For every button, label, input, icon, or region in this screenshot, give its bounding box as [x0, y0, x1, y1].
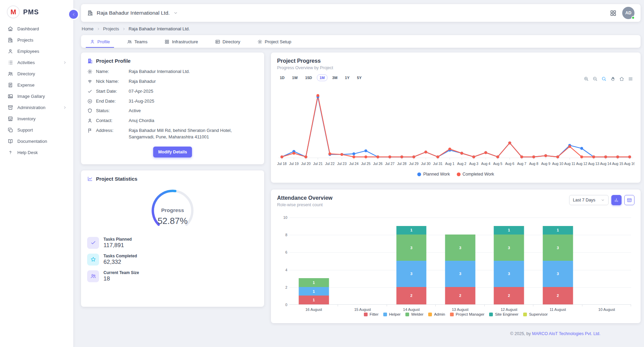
- range-button-1m[interactable]: 1M: [317, 74, 327, 81]
- svg-text:Jul 26: Jul 26: [373, 162, 383, 166]
- store-icon: [7, 116, 13, 122]
- progress-card-title: Project Progress: [277, 58, 634, 64]
- legend-site-engineer[interactable]: Site Engineer: [489, 312, 518, 316]
- legend-welder[interactable]: Welder: [405, 312, 423, 316]
- svg-text:Aug 9: Aug 9: [541, 162, 550, 166]
- sidebar-item-label: Employees: [17, 49, 39, 54]
- sidebar-item-support[interactable]: Support: [0, 124, 73, 136]
- attendance-card-title: Attendance Overview: [277, 195, 333, 201]
- legend-label: Project Manager: [456, 312, 484, 316]
- svg-text:Aug 8: Aug 8: [529, 162, 538, 166]
- range-button-5y[interactable]: 5Y: [354, 74, 364, 81]
- breadcrumb-item[interactable]: Projects: [103, 26, 119, 31]
- tab-teams[interactable]: Teams: [123, 36, 151, 48]
- profile-field-contact: Contact:Anuj Chordia: [87, 118, 258, 124]
- legend-fitter[interactable]: Fitter: [364, 312, 379, 316]
- tab-directory[interactable]: Directory: [211, 36, 244, 48]
- tab-label: Teams: [134, 39, 147, 44]
- tab-infrastructure[interactable]: Infrastructure: [160, 36, 202, 48]
- sidebar-item-dashboard[interactable]: Dashboard: [0, 23, 73, 34]
- gear-icon: [87, 69, 93, 74]
- tab-project-setup[interactable]: Project Setup: [253, 36, 295, 48]
- sidebar-item-expense[interactable]: Expense: [0, 79, 73, 91]
- x-axis-label: 16 August: [289, 307, 338, 312]
- range-button-15d[interactable]: 15D: [303, 74, 315, 81]
- selection-zoom-icon[interactable]: [601, 76, 607, 81]
- svg-text:Jul 31: Jul 31: [433, 162, 442, 166]
- building-filled-icon: [87, 58, 93, 64]
- field-value: Anuj Chordia: [129, 118, 154, 124]
- svg-text:Aug 12: Aug 12: [576, 162, 587, 166]
- sidebar-item-employees[interactable]: Employees: [0, 46, 73, 57]
- user-avatar[interactable]: AD: [622, 7, 634, 19]
- bar-segment-helper: 3: [396, 261, 426, 287]
- zoom-out-icon[interactable]: [593, 76, 598, 81]
- stat-label: Tasks Planned: [103, 237, 132, 242]
- sidebar-item-help-desk[interactable]: Help Desk: [0, 147, 73, 158]
- range-button-1w[interactable]: 1W: [289, 74, 301, 81]
- y-axis-label: 8: [280, 233, 287, 237]
- sidebar-item-label: Administration: [17, 105, 45, 110]
- bar-chart-icon: [614, 197, 619, 203]
- legend-admin[interactable]: Admin: [428, 312, 445, 316]
- people-icon: [127, 39, 132, 44]
- menu-icon[interactable]: [628, 76, 633, 81]
- image-icon: [7, 93, 13, 99]
- legend-project-manager[interactable]: Project Manager: [450, 312, 484, 316]
- attendance-range-select[interactable]: Last 7 Days: [569, 195, 609, 205]
- bar-segment-helper: 3: [494, 261, 524, 287]
- legend-planned-work[interactable]: Planned Work: [417, 172, 450, 177]
- tab-label: Profile: [97, 39, 110, 44]
- bar-stack: 111: [299, 278, 329, 304]
- chevron-right-icon: [63, 105, 67, 110]
- company-selector[interactable]: Raja Bahadur International Ltd.: [87, 10, 178, 16]
- person-icon: [87, 118, 93, 123]
- sidebar-item-activities[interactable]: Activities: [0, 57, 73, 68]
- breadcrumb-item[interactable]: Home: [82, 26, 94, 31]
- progress-gauge: Progress52.87%: [87, 185, 258, 228]
- svg-text:Aug 13: Aug 13: [588, 162, 599, 166]
- sidebar-item-documentation[interactable]: Documentation: [0, 136, 73, 147]
- legend-swatch: [383, 313, 387, 316]
- sidebar-item-directory[interactable]: Directory: [0, 68, 73, 79]
- table-view-toggle[interactable]: [624, 195, 634, 205]
- range-button-3m[interactable]: 3M: [329, 74, 340, 81]
- svg-text:Aug 14: Aug 14: [600, 162, 611, 166]
- svg-text:Aug 16: Aug 16: [624, 162, 634, 166]
- svg-text:Aug 7: Aug 7: [517, 162, 526, 166]
- sidebar-item-inventory[interactable]: Inventory: [0, 113, 73, 124]
- sidebar-item-image-gallary[interactable]: Image Gallary: [0, 91, 73, 102]
- sidebar-item-label: Inventory: [17, 116, 35, 121]
- sidebar-item-administration[interactable]: Administration: [0, 102, 73, 113]
- legend-completed-work[interactable]: Completed Work: [457, 172, 494, 177]
- pan-icon[interactable]: [610, 76, 615, 81]
- company-link[interactable]: MARCO AIoT Technologies Pvt. Ltd.: [532, 331, 600, 336]
- x-axis-label: 11 August: [533, 307, 582, 312]
- field-value: Raja Bahadur Mill Rd, behind Sheraton Gr…: [129, 127, 258, 140]
- modify-details-button[interactable]: Modify Details: [153, 147, 192, 157]
- legend-helper[interactable]: Helper: [383, 312, 401, 316]
- range-button-1d[interactable]: 1D: [277, 74, 287, 81]
- legend-supervisor[interactable]: Supervisor: [523, 312, 548, 316]
- bar-segment-helper: 3: [445, 261, 476, 287]
- bar-stack: 233: [445, 235, 476, 304]
- book-icon: [7, 138, 13, 144]
- chevron-right-icon: [63, 60, 67, 65]
- top-header: Raja Bahadur International Ltd. AD: [81, 4, 641, 22]
- sidebar-collapse-button[interactable]: [69, 10, 78, 19]
- sidebar-item-projects[interactable]: Projects: [0, 34, 73, 46]
- legend-swatch: [523, 313, 527, 316]
- svg-text:Jul 23: Jul 23: [337, 162, 347, 166]
- apps-grid-icon[interactable]: [610, 10, 617, 17]
- bar-view-toggle[interactable]: [611, 195, 622, 205]
- zoom-in-icon[interactable]: [584, 76, 589, 81]
- range-button-1y[interactable]: 1Y: [342, 74, 352, 81]
- bar-stack: 2331: [396, 226, 426, 304]
- svg-text:Aug 2: Aug 2: [457, 162, 466, 166]
- reset-zoom-icon[interactable]: [619, 76, 624, 81]
- tab-profile[interactable]: Profile: [86, 36, 114, 48]
- tab-label: Infrastructure: [172, 39, 198, 44]
- building-icon: [7, 37, 13, 43]
- y-axis-label: 4: [280, 268, 287, 272]
- bar-segment-fitter: 2: [494, 287, 524, 304]
